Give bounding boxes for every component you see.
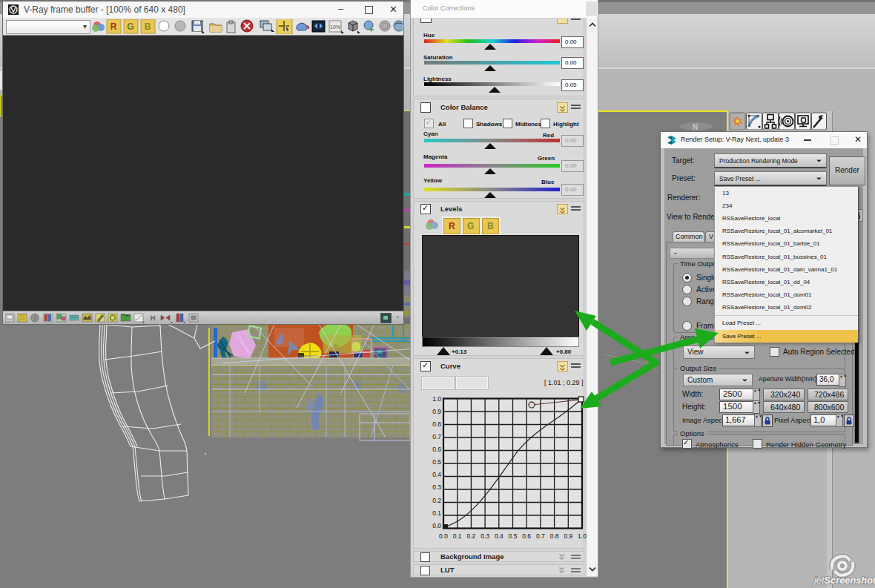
svg-text:0.0: 0.0 (439, 532, 448, 540)
svg-text:G: G (127, 22, 133, 32)
svg-text:0.5: 0.5 (509, 532, 518, 540)
svg-text:10%: 10% (330, 24, 340, 30)
svg-text:jetScreenshot: jetScreenshot (813, 575, 875, 586)
svg-text:H: H (151, 314, 156, 322)
svg-text:0.4: 0.4 (432, 471, 441, 478)
svg-text:R: R (110, 22, 117, 32)
svg-text:B: B (145, 22, 151, 32)
svg-text:0.1: 0.1 (453, 532, 462, 540)
svg-text:0.9: 0.9 (432, 408, 441, 415)
svg-text:1.0: 1.0 (432, 395, 441, 403)
svg-text:0.8: 0.8 (550, 532, 559, 540)
svg-text:0.4: 0.4 (495, 532, 503, 540)
svg-text:1.0: 1.0 (578, 532, 587, 540)
svg-text:0.1: 0.1 (432, 509, 441, 517)
svg-text:0.3: 0.3 (481, 532, 489, 540)
svg-text:0.0: 0.0 (432, 522, 441, 529)
svg-text:0.2: 0.2 (432, 497, 441, 504)
svg-text:0.5: 0.5 (432, 458, 441, 466)
svg-text:0.9: 0.9 (564, 532, 572, 540)
svg-text:0.7: 0.7 (536, 532, 545, 540)
svg-text:0.2: 0.2 (466, 532, 475, 540)
svg-text:0.6: 0.6 (432, 446, 441, 453)
svg-text:0.6: 0.6 (522, 532, 531, 540)
svg-text:0.3: 0.3 (432, 483, 441, 491)
svg-text:0.7: 0.7 (432, 433, 441, 440)
svg-text:0.8: 0.8 (432, 420, 441, 428)
